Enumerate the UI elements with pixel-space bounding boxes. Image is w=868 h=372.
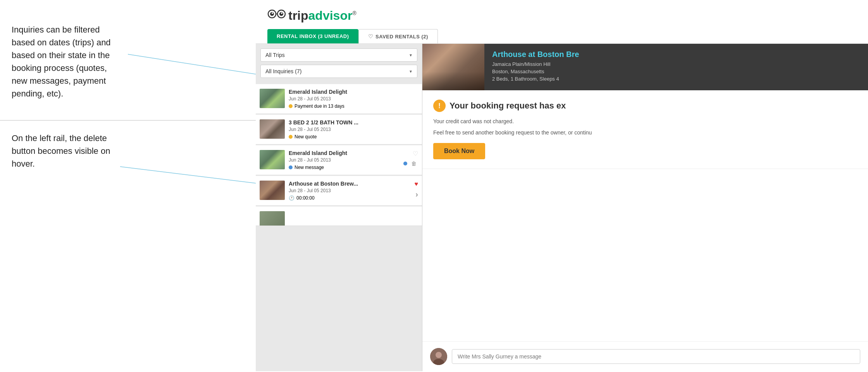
annotation-block-2: On the left rail, the delete button beco… xyxy=(12,132,120,170)
inquiry-item-5[interactable] xyxy=(256,207,422,226)
message-input[interactable] xyxy=(452,349,860,364)
clock-icon-4: 🕐 xyxy=(289,195,294,201)
inquiry-status-1: Payment due in 13 days xyxy=(289,103,418,109)
trips-filter-select[interactable]: All Trips xyxy=(260,48,417,62)
inquiry-status-text-3: New message xyxy=(294,165,324,170)
detail-property-thumb-image xyxy=(422,44,484,90)
inquiries-filter-wrapper: All Inquiries (7) xyxy=(260,65,417,78)
book-now-button[interactable]: Book Now xyxy=(433,143,485,159)
detail-property-specs: 2 Beds, 1 Bathroom, Sleeps 4 xyxy=(492,76,860,82)
heart-icon-tab: ♡ xyxy=(368,33,374,40)
heart-button-3[interactable]: ♡ xyxy=(413,150,418,157)
annotation-block-1: Inquiries can be filtered based on dates… xyxy=(12,23,120,100)
ta-detail-panel: Arthouse at Boston Bre Jamaica Plain/Mis… xyxy=(422,44,868,371)
inquiry-item-right-4: ♥ › xyxy=(415,181,418,199)
detail-header: Arthouse at Boston Bre Jamaica Plain/Mis… xyxy=(422,44,868,90)
inquiry-status-4: 🕐 00:00:00 xyxy=(289,195,412,201)
inquiry-dates-2: Jun 28 - Jul 05 2013 xyxy=(289,127,418,132)
detail-message-area xyxy=(422,341,868,371)
inquiry-dates-3: Jun 28 - Jul 05 2013 xyxy=(289,157,400,163)
inquiry-item-4[interactable]: Arthouse at Boston Brew... Jun 28 - Jul … xyxy=(256,176,422,206)
inquiry-thumb-2 xyxy=(260,119,285,139)
warning-icon: ! xyxy=(433,100,446,112)
status-dot-3 xyxy=(289,165,293,169)
annotation-area: Inquiries can be filtered based on dates… xyxy=(0,0,256,372)
inquiry-status-text-1: Payment due in 13 days xyxy=(294,103,344,109)
ta-tabs: RENTAL INBOX (3 UNREAD) ♡ SAVED RENTALS … xyxy=(267,29,856,43)
warning-text-2: Feel free to send another booking reques… xyxy=(433,129,857,137)
ta-body: All Trips All Inquiries (7) Emerald Isla… xyxy=(256,44,868,371)
inquiry-item-1[interactable]: Emerald Island Delight Jun 28 - Jul 05 2… xyxy=(256,84,422,114)
inquiry-info-3: Emerald Island Delight Jun 28 - Jul 05 2… xyxy=(289,150,400,170)
warning-text-1: Your credit card was not charged. xyxy=(433,117,857,126)
detail-property-location1: Jamaica Plain/Mission Hill xyxy=(492,61,860,67)
inquiry-thumb-4 xyxy=(260,181,285,200)
inquiry-thumb-1 xyxy=(260,89,285,108)
inquiry-status-2: New quote xyxy=(289,134,418,140)
unread-dot-3 xyxy=(403,162,407,165)
ta-logo-text: tripadvisor® xyxy=(288,9,356,23)
annotation-text-1: Inquiries can be filtered based on dates… xyxy=(12,23,120,100)
detail-property-info: Arthouse at Boston Bre Jamaica Plain/Mis… xyxy=(484,44,868,90)
detail-property-name: Arthouse at Boston Bre xyxy=(492,50,860,59)
tab-rental-inbox[interactable]: RENTAL INBOX (3 UNREAD) xyxy=(267,29,358,43)
chevron-right-4[interactable]: › xyxy=(415,190,418,199)
inquiry-title-1: Emerald Island Delight xyxy=(289,89,418,95)
annotation-text-2: On the left rail, the delete button beco… xyxy=(12,132,120,170)
inquiry-info-1: Emerald Island Delight Jun 28 - Jul 05 2… xyxy=(289,89,418,109)
status-dot-2 xyxy=(289,135,293,139)
inquiry-dates-1: Jun 28 - Jul 05 2013 xyxy=(289,96,418,102)
warning-title-text: Your booking request has ex xyxy=(450,101,566,111)
inquiry-title-2: 3 BED 2 1/2 BATH TOWN ... xyxy=(289,119,418,126)
inquiry-info-2: 3 BED 2 1/2 BATH TOWN ... Jun 28 - Jul 0… xyxy=(289,119,418,140)
delete-button-3[interactable]: 🗑 xyxy=(410,160,418,167)
inquiry-item-2[interactable]: 3 BED 2 1/2 BATH TOWN ... Jun 28 - Jul 0… xyxy=(256,115,422,145)
detail-warning: ! Your booking request has ex Your credi… xyxy=(422,90,868,169)
ta-header: tripadvisor® RENTAL INBOX (3 UNREAD) ♡ S… xyxy=(256,0,868,44)
heart-button-4[interactable]: ♥ xyxy=(415,181,418,188)
ta-logo: tripadvisor® xyxy=(267,8,856,23)
message-avatar xyxy=(430,348,447,365)
inquiry-item-3[interactable]: Emerald Island Delight Jun 28 - Jul 05 2… xyxy=(256,145,422,175)
inquiry-thumb-3 xyxy=(260,150,285,169)
inquiries-filter-select[interactable]: All Inquiries (7) xyxy=(260,65,417,78)
inquiry-info-4: Arthouse at Boston Brew... Jun 28 - Jul … xyxy=(289,181,412,201)
inquiry-title-3: Emerald Island Delight xyxy=(289,150,400,156)
inquiry-status-text-4: 00:00:00 xyxy=(296,195,315,201)
inquiry-title-4: Arthouse at Boston Brew... xyxy=(289,181,412,187)
inquiry-actions-3: 🗑 xyxy=(403,160,418,167)
inquiry-dates-4: Jun 28 - Jul 05 2013 xyxy=(289,188,412,193)
inquiry-thumb-5 xyxy=(260,211,285,226)
inquiry-status-text-2: New quote xyxy=(294,134,317,140)
annotation-separator xyxy=(0,120,256,121)
ta-logo-owl xyxy=(267,8,286,23)
tab-saved-rentals[interactable]: ♡ SAVED RENTALS (2) xyxy=(358,29,438,43)
svg-point-6 xyxy=(272,12,273,14)
detail-property-location2: Boston, Massachusetts xyxy=(492,69,860,74)
ta-list-panel: All Trips All Inquiries (7) Emerald Isla… xyxy=(256,44,422,371)
main-ui: tripadvisor® RENTAL INBOX (3 UNREAD) ♡ S… xyxy=(256,0,868,372)
svg-point-10 xyxy=(436,352,442,358)
status-dot-1 xyxy=(289,104,293,108)
svg-point-7 xyxy=(281,12,282,14)
trips-filter-wrapper: All Trips xyxy=(260,48,417,62)
tab-saved-rentals-label: SAVED RENTALS (2) xyxy=(375,34,428,40)
inquiry-item-right-3: ♡ 🗑 xyxy=(403,150,418,167)
inquiry-status-3: New message xyxy=(289,165,400,170)
trips-filter-row: All Trips All Inquiries (7) xyxy=(256,44,422,78)
inquiry-list: Emerald Island Delight Jun 28 - Jul 05 2… xyxy=(256,81,422,230)
detail-property-thumb xyxy=(422,44,484,90)
warning-title: ! Your booking request has ex xyxy=(433,100,857,112)
